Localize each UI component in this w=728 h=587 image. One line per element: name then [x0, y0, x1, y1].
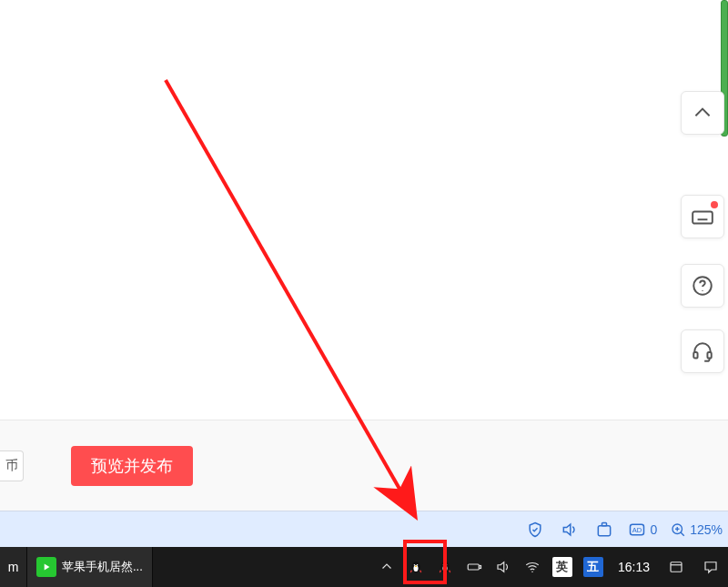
action-center-button[interactable] [699, 555, 723, 579]
sound-icon[interactable] [494, 558, 512, 576]
svg-rect-34 [671, 562, 682, 572]
tray-overflow-button[interactable] [378, 558, 396, 576]
svg-marker-19 [45, 564, 50, 571]
svg-point-22 [414, 564, 416, 566]
ime-lang-button[interactable]: 英 [552, 557, 572, 577]
help-icon [691, 274, 714, 298]
windows-taskbar: m 苹果手机居然... 英 五 [0, 547, 728, 587]
svg-rect-11 [599, 525, 611, 535]
battery-icon[interactable] [465, 558, 483, 576]
video-app-icon [36, 557, 56, 577]
svg-rect-12 [602, 522, 607, 525]
svg-point-24 [415, 566, 417, 567]
notification-dot [711, 201, 718, 208]
adblock-count: 0 [650, 522, 657, 537]
chevron-up-icon [691, 101, 714, 125]
svg-marker-10 [564, 524, 571, 535]
svg-point-29 [444, 566, 446, 567]
ime-wu-label: 五 [587, 559, 599, 575]
shield-icon[interactable] [524, 519, 546, 541]
svg-point-27 [443, 564, 445, 566]
svg-rect-8 [693, 352, 697, 359]
scroll-top-button[interactable] [681, 91, 724, 135]
taskbar-clock[interactable]: 16:13 [614, 560, 653, 574]
svg-line-18 [681, 532, 684, 536]
taskbar-item-video[interactable]: 苹果手机居然... [27, 547, 153, 587]
fragment-text: m [8, 560, 19, 574]
taskbar-item-fragment[interactable]: m [0, 547, 27, 587]
svg-rect-0 [693, 212, 713, 224]
clock-text: 16:13 [618, 560, 650, 574]
extension-icon[interactable] [593, 519, 615, 541]
ime-ying-label: 英 [556, 559, 568, 575]
svg-text:AD: AD [632, 526, 642, 534]
svg-point-7 [702, 290, 703, 291]
qq-icon[interactable] [407, 558, 425, 576]
svg-point-33 [531, 572, 533, 573]
svg-rect-31 [480, 566, 481, 569]
adblock-counter[interactable]: AD 0 [628, 521, 657, 539]
svg-rect-30 [468, 564, 479, 570]
taskbar-item-label: 苹果手机居然... [62, 559, 143, 575]
support-button[interactable] [681, 329, 724, 373]
svg-marker-32 [498, 562, 504, 572]
preview-publish-button[interactable]: 预览并发布 [71, 446, 193, 486]
volume-icon[interactable] [559, 519, 581, 541]
keyboard-icon [691, 205, 714, 228]
qq-icon[interactable] [436, 558, 454, 576]
headset-icon [691, 339, 714, 363]
help-button[interactable] [681, 264, 724, 308]
svg-rect-9 [707, 352, 711, 359]
wifi-icon[interactable] [523, 558, 541, 576]
editor-canvas [0, 0, 728, 420]
system-tray: 英 五 16:13 [378, 547, 728, 587]
task-view-button[interactable] [664, 555, 688, 579]
currency-chip-label: 币 [5, 458, 18, 474]
keyboard-button[interactable] [681, 195, 724, 238]
currency-chip[interactable]: 币 [0, 450, 24, 481]
zoom-label: 125% [690, 522, 723, 537]
ime-method-button[interactable]: 五 [583, 557, 603, 577]
svg-point-23 [417, 564, 419, 566]
browser-status-strip: AD 0 125% [0, 511, 728, 547]
svg-point-28 [446, 564, 448, 566]
zoom-indicator[interactable]: 125% [670, 521, 723, 538]
preview-publish-label: 预览并发布 [91, 455, 173, 477]
